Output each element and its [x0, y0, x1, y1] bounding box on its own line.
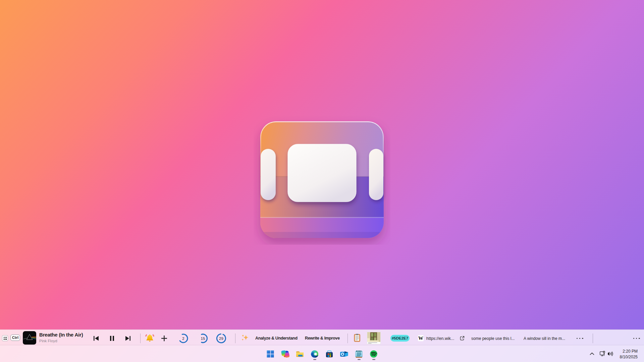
- svg-text:15: 15: [201, 337, 205, 341]
- svg-text:29: 29: [219, 337, 223, 341]
- svg-text:2: 2: [182, 337, 184, 341]
